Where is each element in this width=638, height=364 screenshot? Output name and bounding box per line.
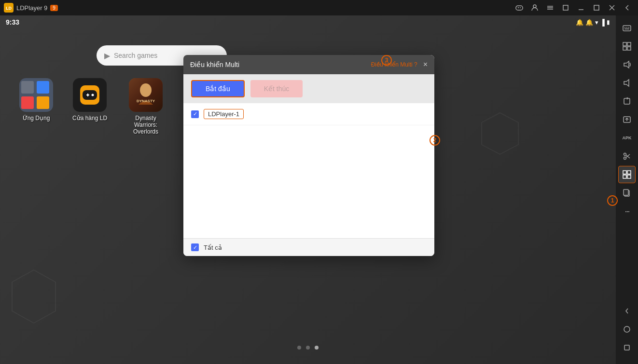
dialog-overlay: Điều khiển Multi Điều khiển Multi ? × Bắ… <box>0 31 594 364</box>
rotate-sidebar-btn[interactable] <box>618 93 636 110</box>
svg-rect-52 <box>624 189 628 195</box>
apk-sidebar-btn[interactable]: APK <box>618 129 636 147</box>
svg-rect-31 <box>627 42 631 46</box>
end-button[interactable]: Kết thúc <box>250 80 303 97</box>
battery-status-icon: ▮ <box>607 19 610 26</box>
dialog-footer: Tất cả <box>183 238 434 256</box>
svg-rect-2 <box>516 6 523 10</box>
svg-rect-33 <box>627 47 631 50</box>
import-sidebar-btn[interactable] <box>618 111 636 128</box>
dialog-header: Điều khiển Multi Điều khiển Multi ? × <box>183 55 434 74</box>
back-nav-btn[interactable] <box>618 302 636 320</box>
bell1-icon: 🔔 <box>576 19 583 26</box>
status-bar: 9:33 🔔 🔔 ▾ ▐ ▮ <box>0 15 616 29</box>
svg-marker-34 <box>624 61 629 68</box>
titlebar: LD LDPlayer 9 9 <box>0 0 638 15</box>
svg-point-40 <box>624 157 626 160</box>
scissors-sidebar-btn[interactable] <box>618 148 636 165</box>
copy-sidebar-btn[interactable] <box>618 184 636 202</box>
back-titlebar-icon[interactable] <box>621 1 634 14</box>
dialog-header-right: Điều khiển Multi ? × <box>371 61 428 68</box>
grid-sidebar-btn[interactable] <box>618 38 636 55</box>
player-row-1[interactable]: LDPlayer-1 <box>183 103 434 125</box>
titlebar-controls <box>513 1 634 14</box>
titlebar-left: LD LDPlayer 9 9 <box>4 3 58 13</box>
player-1-checkbox[interactable] <box>191 110 199 118</box>
svg-point-53 <box>624 326 630 332</box>
home-nav-btn[interactable] <box>618 321 636 338</box>
start-button[interactable]: Bắt đầu <box>191 80 245 97</box>
multi-control-dialog: Điều khiển Multi Điều khiển Multi ? × Bắ… <box>183 55 434 256</box>
dialog-help-link[interactable]: Điều khiển Multi ? <box>371 61 417 68</box>
gamepad-titlebar-icon[interactable] <box>513 1 526 14</box>
dialog-body: LDPlayer-1 <box>183 103 434 238</box>
more-sidebar-btn[interactable]: ··· <box>618 202 636 220</box>
menu-titlebar-icon[interactable] <box>543 1 557 14</box>
resize-titlebar-icon[interactable] <box>559 1 572 14</box>
svg-marker-35 <box>624 80 629 86</box>
svg-rect-45 <box>623 175 626 178</box>
svg-rect-54 <box>624 345 629 350</box>
svg-point-5 <box>520 7 521 8</box>
annotation-badge-3: 3 <box>381 55 392 66</box>
svg-point-39 <box>624 153 626 156</box>
select-all-checkbox[interactable] <box>191 243 199 251</box>
annotation-badge-1: 1 <box>607 195 618 206</box>
svg-text:LD: LD <box>6 6 12 11</box>
svg-rect-30 <box>623 42 626 46</box>
dialog-close-button[interactable]: × <box>423 61 428 68</box>
annotation-badge-2: 2 <box>430 135 440 146</box>
app-title: LDPlayer 9 <box>16 4 47 12</box>
keyboard-sidebar-btn[interactable] <box>618 19 636 37</box>
status-time: 9:33 <box>6 18 19 26</box>
svg-rect-12 <box>594 5 599 10</box>
dialog-title: Điều khiển Multi <box>190 61 239 68</box>
volume-down-sidebar-btn[interactable] <box>618 74 636 92</box>
svg-rect-43 <box>623 171 626 174</box>
select-all-label: Tất cả <box>204 244 222 251</box>
ld-logo: LD <box>4 3 14 13</box>
player-1-label: LDPlayer-1 <box>204 109 244 119</box>
svg-rect-25 <box>623 26 631 31</box>
recents-nav-btn[interactable] <box>618 339 636 356</box>
wifi-status-icon: ▾ <box>595 19 598 26</box>
version-badge: 9 <box>50 5 58 11</box>
signal-status-icon: ▐ <box>600 19 605 26</box>
volume-up-sidebar-btn[interactable] <box>618 56 636 73</box>
svg-rect-46 <box>627 175 631 178</box>
person-titlebar-icon[interactable] <box>528 1 541 14</box>
right-sidebar: APK ··· <box>616 15 638 364</box>
nav-arrows <box>618 302 636 360</box>
svg-rect-32 <box>623 47 626 50</box>
bell2-icon: 🔔 <box>585 19 593 26</box>
minimize-titlebar-icon[interactable] <box>574 1 588 14</box>
svg-rect-10 <box>563 5 568 10</box>
multi-sidebar-btn[interactable] <box>618 166 636 183</box>
status-icons: 🔔 🔔 ▾ ▐ ▮ <box>576 19 610 26</box>
dialog-toolbar: Bắt đầu Kết thúc <box>183 74 434 103</box>
maximize-titlebar-icon[interactable] <box>590 1 603 14</box>
svg-rect-44 <box>627 171 631 174</box>
svg-point-6 <box>533 5 536 8</box>
close-titlebar-icon[interactable] <box>605 1 619 14</box>
main-content: 9:33 🔔 🔔 ▾ ▐ ▮ ▶ Search games Ứng Dụng <box>0 15 616 364</box>
